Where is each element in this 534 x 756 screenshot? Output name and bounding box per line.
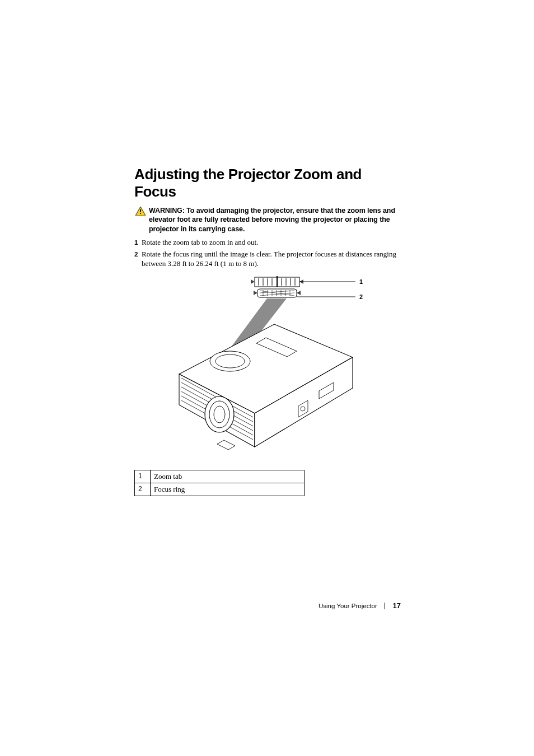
svg-marker-13: [251, 279, 255, 284]
step-text: Rotate the focus ring until the image is…: [142, 250, 397, 269]
svg-rect-1: [140, 209, 141, 212]
callout-2: 2: [359, 293, 363, 300]
svg-marker-26: [254, 291, 257, 295]
step-number: 2: [134, 250, 139, 269]
legend-label: Zoom tab: [151, 470, 305, 483]
legend-number: 1: [135, 470, 151, 483]
legend-number: 2: [135, 483, 151, 496]
section-heading: Adjusting the Projector Zoom and Focus: [134, 166, 397, 200]
projector-diagram: 1 2: [134, 276, 397, 458]
svg-marker-27: [297, 291, 301, 295]
footer-separator: [385, 603, 385, 609]
warning-note: WARNING: To avoid damaging the projector…: [134, 206, 397, 234]
projector-body: [179, 324, 353, 450]
svg-point-39: [214, 406, 225, 423]
step-list: 1 Rotate the zoom tab to zoom in and out…: [134, 238, 397, 269]
warning-text: WARNING: To avoid damaging the projector…: [149, 206, 397, 234]
page-footer: Using Your Projector 17: [0, 601, 401, 610]
table-row: 1 Zoom tab: [135, 470, 305, 483]
warning-icon: [135, 207, 146, 218]
legend-table: 1 Zoom tab 2 Focus ring: [134, 470, 305, 496]
list-item: 2 Rotate the focus ring until the image …: [134, 250, 397, 269]
warning-prefix: WARNING:: [149, 207, 185, 214]
step-text: Rotate the zoom tab to zoom in and out.: [142, 238, 397, 248]
footer-page-number: 17: [393, 601, 401, 610]
warning-body: To avoid damaging the projector, ensure …: [149, 207, 395, 233]
legend-label: Focus ring: [151, 483, 305, 496]
svg-point-42: [301, 407, 305, 411]
footer-section: Using Your Projector: [318, 603, 377, 609]
callout-1: 1: [359, 278, 363, 285]
step-number: 1: [134, 238, 139, 248]
table-row: 2 Focus ring: [135, 483, 305, 496]
focus-ring-icon: [254, 289, 301, 297]
svg-rect-2: [140, 213, 141, 214]
zoom-tab-icon: [251, 276, 303, 287]
list-item: 1 Rotate the zoom tab to zoom in and out…: [134, 238, 397, 248]
svg-point-41: [216, 354, 245, 368]
